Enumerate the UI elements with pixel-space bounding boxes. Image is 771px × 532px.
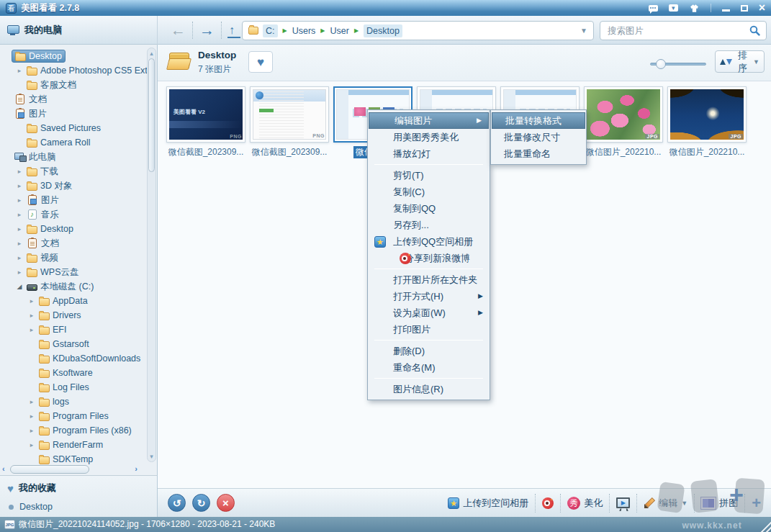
tree-item[interactable]: Camera Roll: [0, 135, 147, 150]
menu-item[interactable]: 复制到QQ: [368, 200, 490, 217]
upload-qzone-button[interactable]: ★ 上传到空间相册: [448, 497, 528, 510]
tree-item[interactable]: ◢本地磁盘 (C:): [0, 279, 147, 294]
tree-item[interactable]: KDubaSoftDownloads: [0, 351, 147, 366]
slideshow-button[interactable]: [616, 497, 630, 508]
resize-grip[interactable]: [758, 519, 771, 532]
thumbnail[interactable]: 美图看看 V2PNG微信截图_202309...: [166, 86, 245, 158]
tree-item[interactable]: 文档: [0, 92, 147, 107]
slider-thumb[interactable]: [656, 59, 666, 69]
menu-item[interactable]: 图片信息(R): [368, 381, 490, 397]
expand-arrow-icon[interactable]: ▸: [27, 427, 36, 434]
tree-item[interactable]: ▸下载: [0, 164, 147, 179]
tree-item[interactable]: ▸Adobe Photoshop CS5 Extend: [0, 63, 147, 78]
skin-icon[interactable]: [689, 4, 700, 13]
path-dropdown-icon[interactable]: [580, 27, 587, 35]
menu-item[interactable]: 打印图片: [368, 321, 490, 338]
minimize-button[interactable]: [722, 9, 730, 12]
tree-item[interactable]: Desktop: [0, 49, 147, 63]
tree-item[interactable]: Log Files: [0, 380, 147, 395]
expand-arrow-icon[interactable]: ▸: [27, 412, 36, 420]
tree-item[interactable]: ▸RenderFarm: [0, 438, 147, 452]
tree-item[interactable]: Saved Pictures: [0, 121, 147, 135]
submenu-item[interactable]: 批量修改尺寸: [491, 129, 586, 145]
tree-item[interactable]: ▸3D 对象: [0, 179, 147, 193]
menu-item[interactable]: ★上传到QQ空间相册: [368, 233, 490, 250]
tree-item[interactable]: ▸WPS云盘: [0, 265, 147, 279]
expand-arrow-icon[interactable]: ▸: [27, 297, 36, 305]
expand-arrow-icon[interactable]: ▸: [27, 398, 36, 405]
expand-arrow-icon[interactable]: ▸: [15, 168, 24, 175]
menu-item[interactable]: 剪切(T): [368, 167, 490, 184]
tree-item[interactable]: 此电脑: [0, 150, 147, 164]
menu-item[interactable]: 删除(D): [368, 343, 490, 359]
expand-arrow-icon[interactable]: ▸: [15, 240, 24, 247]
expand-arrow-icon[interactable]: ▸: [15, 225, 24, 233]
tree-item[interactable]: ▸Desktop: [0, 222, 147, 236]
tree-item[interactable]: 图片: [0, 107, 147, 121]
scrollbar-thumb[interactable]: [148, 58, 155, 172]
delete-button[interactable]: [217, 494, 235, 512]
expand-arrow-icon[interactable]: ▸: [15, 269, 24, 276]
breadcrumb-segment[interactable]: Users: [292, 24, 316, 37]
expand-arrow-icon[interactable]: ▸: [27, 326, 36, 333]
breadcrumb-segment[interactable]: Desktop: [364, 24, 402, 37]
feedback-icon[interactable]: [649, 5, 658, 12]
tree-item[interactable]: ▸视频: [0, 251, 147, 265]
up-button[interactable]: ↑: [222, 20, 242, 40]
scroll-down-icon[interactable]: [148, 453, 155, 460]
tree-item[interactable]: ▸EFI: [0, 323, 147, 337]
maximize-button[interactable]: [741, 5, 748, 12]
thumbnail[interactable]: PNG微信截图_202309...: [250, 86, 329, 158]
search-box[interactable]: [600, 21, 767, 40]
submenu-item[interactable]: 批量转换格式: [492, 112, 585, 129]
tree-item[interactable]: ▸音乐: [0, 207, 147, 222]
message-center-icon[interactable]: [669, 4, 678, 12]
menu-item[interactable]: 播放幻灯: [368, 145, 490, 162]
back-button[interactable]: ←: [164, 20, 192, 40]
forward-button[interactable]: →: [193, 20, 221, 40]
menu-item[interactable]: 另存到...: [368, 217, 490, 233]
expand-arrow-icon[interactable]: ▸: [15, 197, 24, 204]
expand-arrow-icon[interactable]: ▸: [27, 441, 36, 448]
collapse-arrow-icon[interactable]: ◢: [15, 283, 24, 290]
tree-item[interactable]: ▸AppData: [0, 294, 147, 308]
rotate-left-button[interactable]: [168, 494, 186, 512]
thumbnail[interactable]: JPG微信图片_202210...: [584, 86, 663, 158]
expand-arrow-icon[interactable]: ▸: [15, 182, 24, 189]
scroll-up-icon[interactable]: [148, 50, 155, 57]
rotate-right-button[interactable]: [192, 494, 210, 512]
tree-item[interactable]: SDKTemp: [0, 452, 147, 464]
zoom-slider[interactable]: [650, 59, 706, 69]
search-input[interactable]: [606, 25, 749, 37]
tree-item[interactable]: ▸Program Files (x86): [0, 423, 147, 438]
breadcrumb[interactable]: C: ▶Users▶User▶Desktop: [242, 21, 594, 40]
tree-item[interactable]: ▸Program Files: [0, 409, 147, 423]
breadcrumb-drive[interactable]: C:: [263, 24, 278, 37]
add-button[interactable]: [752, 496, 761, 510]
expand-arrow-icon[interactable]: ▸: [15, 211, 24, 218]
menu-item[interactable]: 编辑图片▶: [369, 112, 489, 129]
favorite-toggle-button[interactable]: [248, 51, 273, 73]
submenu-item[interactable]: 批量重命名: [491, 145, 586, 162]
scroll-left-icon[interactable]: [2, 464, 5, 473]
share-weibo-button[interactable]: [542, 497, 554, 509]
thumbnail[interactable]: JPG微信图片_202210...: [667, 86, 747, 158]
menu-item[interactable]: 重命名(M): [368, 359, 490, 376]
menu-item[interactable]: 分享到新浪微博: [368, 250, 490, 266]
menu-item[interactable]: 设为桌面(W)▶: [368, 305, 490, 321]
expand-arrow-icon[interactable]: ▸: [27, 312, 36, 319]
tree-item[interactable]: ▸图片: [0, 193, 147, 207]
scrollbar-thumb[interactable]: [10, 465, 89, 474]
scroll-right-icon[interactable]: [135, 464, 137, 473]
edit-button[interactable]: 编辑: [644, 497, 687, 510]
horizontal-scrollbar[interactable]: [0, 464, 158, 475]
menu-item[interactable]: 复制(C): [368, 184, 490, 200]
close-button[interactable]: [759, 1, 765, 14]
favorite-item[interactable]: Desktop: [0, 495, 157, 512]
expand-arrow-icon[interactable]: ▸: [15, 67, 24, 74]
search-icon[interactable]: [749, 25, 760, 36]
beautify-button[interactable]: 秀 美化: [567, 497, 603, 510]
tree-item[interactable]: 客服文档: [0, 78, 147, 92]
breadcrumb-segment[interactable]: User: [330, 24, 348, 37]
sort-button[interactable]: 排序: [715, 50, 765, 73]
